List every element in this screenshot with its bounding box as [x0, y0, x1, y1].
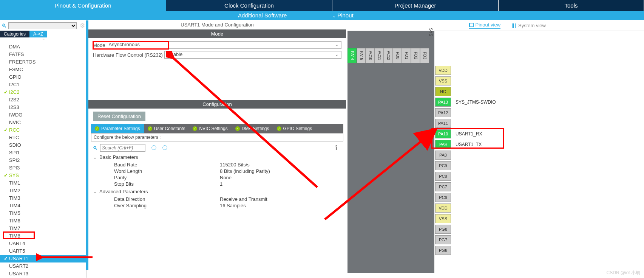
tab-pinout-config[interactable]: Pinout & Configuration [0, 0, 166, 11]
tab-clock-config[interactable]: Clock Configuration [166, 0, 332, 11]
additional-software-button[interactable]: Additional Software [238, 12, 287, 19]
tab-tools[interactable]: Tools [499, 0, 644, 11]
pinout-dropdown[interactable]: ⌄ Pinout [332, 12, 354, 19]
tab-project-manager[interactable]: Project Manager [332, 0, 499, 11]
